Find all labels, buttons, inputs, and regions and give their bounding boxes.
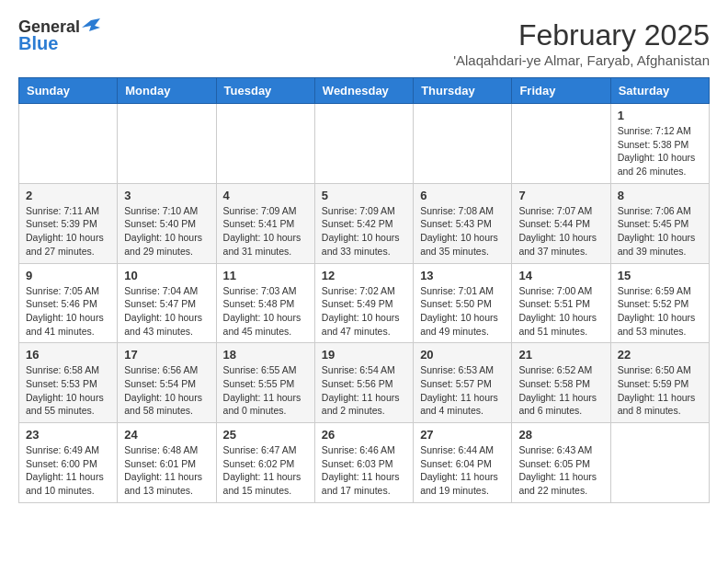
calendar-cell: 4Sunrise: 7:09 AM Sunset: 5:41 PM Daylig…	[216, 183, 314, 263]
day-number: 22	[618, 348, 702, 362]
day-number: 10	[124, 269, 209, 282]
day-info: Sunrise: 7:06 AM Sunset: 5:45 PM Dayligh…	[618, 204, 702, 259]
calendar-cell: 5Sunrise: 7:09 AM Sunset: 5:42 PM Daylig…	[314, 183, 413, 263]
day-info: Sunrise: 7:01 AM Sunset: 5:50 PM Dayligh…	[420, 284, 505, 339]
page-header: General Blue February 2025 'Alaqahdari-y…	[18, 18, 710, 68]
day-info: Sunrise: 6:46 AM Sunset: 6:03 PM Dayligh…	[322, 443, 406, 498]
calendar-week-2: 2Sunrise: 7:11 AM Sunset: 5:39 PM Daylig…	[19, 183, 710, 263]
day-number: 14	[518, 269, 603, 282]
calendar-cell	[19, 104, 118, 184]
calendar-cell: 18Sunrise: 6:55 AM Sunset: 5:55 PM Dayli…	[216, 343, 314, 423]
calendar-cell: 20Sunrise: 6:53 AM Sunset: 5:57 PM Dayli…	[414, 343, 512, 423]
title-section: February 2025 'Alaqahdari-ye Almar, Fary…	[453, 18, 710, 68]
logo: General Blue	[18, 18, 100, 53]
day-number: 5	[322, 189, 406, 202]
calendar-cell: 12Sunrise: 7:02 AM Sunset: 5:49 PM Dayli…	[314, 263, 413, 343]
day-number: 28	[518, 428, 603, 442]
day-number: 27	[420, 428, 505, 442]
calendar-week-5: 23Sunrise: 6:49 AM Sunset: 6:00 PM Dayli…	[19, 423, 710, 503]
month-title: February 2025	[453, 18, 710, 52]
calendar-cell: 1Sunrise: 7:12 AM Sunset: 5:38 PM Daylig…	[610, 104, 709, 184]
logo-blue: Blue	[18, 33, 58, 53]
day-info: Sunrise: 6:53 AM Sunset: 5:57 PM Dayligh…	[420, 363, 505, 418]
calendar-cell	[118, 104, 216, 184]
calendar-week-3: 9Sunrise: 7:05 AM Sunset: 5:46 PM Daylig…	[19, 263, 710, 343]
day-number: 11	[223, 269, 308, 282]
day-number: 6	[420, 189, 505, 202]
day-info: Sunrise: 6:50 AM Sunset: 5:59 PM Dayligh…	[618, 363, 702, 418]
day-info: Sunrise: 6:58 AM Sunset: 5:53 PM Dayligh…	[26, 363, 110, 418]
day-info: Sunrise: 7:04 AM Sunset: 5:47 PM Dayligh…	[124, 284, 209, 339]
calendar-cell: 14Sunrise: 7:00 AM Sunset: 5:51 PM Dayli…	[512, 263, 610, 343]
day-number: 19	[322, 348, 406, 362]
calendar-cell	[610, 423, 709, 503]
day-number: 7	[518, 189, 603, 202]
day-info: Sunrise: 7:07 AM Sunset: 5:44 PM Dayligh…	[518, 204, 603, 259]
calendar-cell: 27Sunrise: 6:44 AM Sunset: 6:04 PM Dayli…	[414, 423, 512, 503]
day-number: 15	[618, 269, 702, 282]
calendar-cell: 8Sunrise: 7:06 AM Sunset: 5:45 PM Daylig…	[610, 183, 709, 263]
calendar-week-1: 1Sunrise: 7:12 AM Sunset: 5:38 PM Daylig…	[19, 104, 710, 184]
day-number: 25	[223, 428, 308, 442]
calendar-cell	[414, 104, 512, 184]
location-subtitle: 'Alaqahdari-ye Almar, Faryab, Afghanista…	[453, 52, 710, 68]
weekday-header-sunday: Sunday	[19, 78, 118, 104]
day-info: Sunrise: 6:48 AM Sunset: 6:01 PM Dayligh…	[124, 443, 209, 498]
day-number: 13	[420, 269, 505, 282]
calendar-cell: 26Sunrise: 6:46 AM Sunset: 6:03 PM Dayli…	[314, 423, 413, 503]
day-info: Sunrise: 7:03 AM Sunset: 5:48 PM Dayligh…	[223, 284, 308, 339]
calendar-table: SundayMondayTuesdayWednesdayThursdayFrid…	[18, 77, 710, 503]
day-number: 2	[26, 189, 110, 202]
day-number: 16	[26, 348, 110, 362]
day-info: Sunrise: 6:49 AM Sunset: 6:00 PM Dayligh…	[26, 443, 110, 498]
day-info: Sunrise: 7:08 AM Sunset: 5:43 PM Dayligh…	[420, 204, 505, 259]
day-number: 9	[26, 269, 110, 282]
day-info: Sunrise: 6:55 AM Sunset: 5:55 PM Dayligh…	[223, 363, 308, 418]
calendar-cell: 17Sunrise: 6:56 AM Sunset: 5:54 PM Dayli…	[118, 343, 216, 423]
calendar-cell: 6Sunrise: 7:08 AM Sunset: 5:43 PM Daylig…	[414, 183, 512, 263]
calendar-cell: 19Sunrise: 6:54 AM Sunset: 5:56 PM Dayli…	[314, 343, 413, 423]
calendar-header-row: SundayMondayTuesdayWednesdayThursdayFrid…	[19, 78, 710, 104]
day-info: Sunrise: 7:09 AM Sunset: 5:41 PM Dayligh…	[223, 204, 308, 259]
day-number: 12	[322, 269, 406, 282]
calendar-week-4: 16Sunrise: 6:58 AM Sunset: 5:53 PM Dayli…	[19, 343, 710, 423]
calendar-cell	[314, 104, 413, 184]
day-info: Sunrise: 7:09 AM Sunset: 5:42 PM Dayligh…	[322, 204, 406, 259]
logo-bird-icon	[82, 18, 100, 33]
calendar-cell	[216, 104, 314, 184]
day-info: Sunrise: 7:10 AM Sunset: 5:40 PM Dayligh…	[124, 204, 209, 259]
day-info: Sunrise: 6:43 AM Sunset: 6:05 PM Dayligh…	[518, 443, 603, 498]
day-info: Sunrise: 6:59 AM Sunset: 5:52 PM Dayligh…	[618, 284, 702, 339]
weekday-header-tuesday: Tuesday	[216, 78, 314, 104]
day-number: 21	[518, 348, 603, 362]
calendar-cell: 3Sunrise: 7:10 AM Sunset: 5:40 PM Daylig…	[118, 183, 216, 263]
calendar-cell: 23Sunrise: 6:49 AM Sunset: 6:00 PM Dayli…	[19, 423, 118, 503]
day-info: Sunrise: 7:11 AM Sunset: 5:39 PM Dayligh…	[26, 204, 110, 259]
calendar-cell	[512, 104, 610, 184]
calendar-cell: 24Sunrise: 6:48 AM Sunset: 6:01 PM Dayli…	[118, 423, 216, 503]
day-number: 17	[124, 348, 209, 362]
calendar-cell: 25Sunrise: 6:47 AM Sunset: 6:02 PM Dayli…	[216, 423, 314, 503]
day-info: Sunrise: 6:52 AM Sunset: 5:58 PM Dayligh…	[518, 363, 603, 418]
calendar-cell: 11Sunrise: 7:03 AM Sunset: 5:48 PM Dayli…	[216, 263, 314, 343]
day-number: 24	[124, 428, 209, 442]
day-number: 26	[322, 428, 406, 442]
calendar-cell: 2Sunrise: 7:11 AM Sunset: 5:39 PM Daylig…	[19, 183, 118, 263]
day-info: Sunrise: 6:56 AM Sunset: 5:54 PM Dayligh…	[124, 363, 209, 418]
calendar-cell: 15Sunrise: 6:59 AM Sunset: 5:52 PM Dayli…	[610, 263, 709, 343]
day-info: Sunrise: 7:00 AM Sunset: 5:51 PM Dayligh…	[518, 284, 603, 339]
day-info: Sunrise: 6:54 AM Sunset: 5:56 PM Dayligh…	[322, 363, 406, 418]
calendar-cell: 21Sunrise: 6:52 AM Sunset: 5:58 PM Dayli…	[512, 343, 610, 423]
day-number: 18	[223, 348, 308, 362]
day-number: 4	[223, 189, 308, 202]
calendar-cell: 13Sunrise: 7:01 AM Sunset: 5:50 PM Dayli…	[414, 263, 512, 343]
day-info: Sunrise: 7:05 AM Sunset: 5:46 PM Dayligh…	[26, 284, 110, 339]
calendar-cell: 7Sunrise: 7:07 AM Sunset: 5:44 PM Daylig…	[512, 183, 610, 263]
day-info: Sunrise: 6:47 AM Sunset: 6:02 PM Dayligh…	[223, 443, 308, 498]
weekday-header-thursday: Thursday	[414, 78, 512, 104]
calendar-cell: 9Sunrise: 7:05 AM Sunset: 5:46 PM Daylig…	[19, 263, 118, 343]
calendar-cell: 10Sunrise: 7:04 AM Sunset: 5:47 PM Dayli…	[118, 263, 216, 343]
day-number: 23	[26, 428, 110, 442]
calendar-cell: 28Sunrise: 6:43 AM Sunset: 6:05 PM Dayli…	[512, 423, 610, 503]
weekday-header-saturday: Saturday	[610, 78, 709, 104]
